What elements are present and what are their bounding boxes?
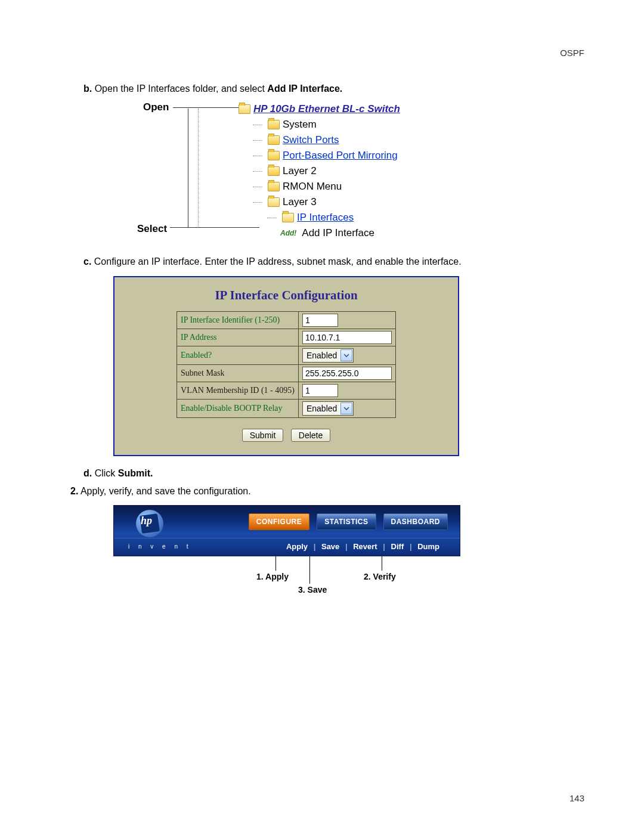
hp-invent-label: i n v e n t [114,543,192,550]
select-bootp[interactable]: Enabled [302,401,354,416]
bullet-d: d. [83,468,92,478]
folder-icon [268,151,280,160]
tree-item-ip-interfaces[interactable]: IP Interfaces [267,210,400,225]
folder-open-icon [239,104,250,114]
folder-open-icon [282,213,294,222]
tree-item-layer3[interactable]: Layer 3 [253,194,400,210]
step-b-bold: Add IP Interface. [267,83,342,94]
input-id[interactable] [302,314,338,327]
label-bootp: Enable/Disable BOOTP Relay [177,400,299,418]
folder-icon [268,135,280,145]
section-header: OSPF [560,48,584,58]
step-c-text: Configure an IP interface. Enter the IP … [94,256,462,267]
page-number: 143 [569,793,584,803]
callout-apply: 1. Apply [256,572,289,581]
tree-root[interactable]: HP 10Gb Ethernet BL-c Switch [239,101,400,117]
sublink-revert[interactable]: Revert [353,542,377,551]
sublink-apply[interactable]: Apply [286,542,308,551]
label-enabled: Enabled? [177,346,299,365]
tree-item-add-ip-interface[interactable]: Add! Add IP Interface [280,225,400,241]
hp-sublinks: Apply | Save | Revert | Diff | Dump [284,542,442,551]
ip-interface-panel: IP Interface Configuration IP Interface … [113,276,459,456]
tree-root-label: HP 10Gb Ethernet BL-c Switch [253,103,400,115]
tree-item-port-mirroring[interactable]: Port-Based Port Mirroring [253,148,400,163]
hp-toolbar: hp CONFIGURE STATISTICS DASHBOARD i n v … [113,505,460,556]
step-d-text: Click [95,468,118,478]
bullet-2: 2. [70,486,78,496]
bullet-b: b. [83,83,92,94]
callout-verify: 2. Verify [364,572,396,581]
label-vlan: VLAN Membership ID (1 - 4095) [177,382,299,400]
panel-title: IP Interface Configuration [122,288,451,303]
label-id: IP Interface Identifier (1-250) [177,312,299,329]
tab-dashboard[interactable]: DASHBOARD [383,513,448,530]
label-ip: IP Address [177,329,299,346]
folder-open-icon [268,197,280,207]
callouts: 1. Apply 2. Verify 3. Save [113,556,459,598]
step-b: b. Open the IP Interfaces folder, and se… [83,83,584,94]
tab-configure[interactable]: CONFIGURE [249,513,310,530]
folder-icon [268,166,280,176]
chevron-down-icon [340,349,352,361]
sublink-save[interactable]: Save [321,542,339,551]
submit-button[interactable]: Submit [242,429,284,442]
tree-figure: Open Select HP 10Gb Ethernet BL-c Switch… [143,101,584,244]
tree-item-rmon[interactable]: RMON Menu [253,179,400,194]
label-mask: Subnet Mask [177,365,299,382]
select-enabled[interactable]: Enabled [302,348,354,363]
sublink-dump[interactable]: Dump [417,542,439,551]
tree-item-switch-ports[interactable]: Switch Ports [253,132,400,148]
tree-label-select: Select [137,223,167,235]
step-d: d. Click Submit. [83,468,584,479]
sublink-diff[interactable]: Diff [391,542,404,551]
step-2-text: Apply, verify, and save the configuratio… [80,486,251,496]
step-d-bold: Submit. [118,468,153,478]
tab-statistics[interactable]: STATISTICS [317,513,376,530]
step-c: c. Configure an IP interface. Enter the … [83,256,584,267]
folder-icon [268,182,280,191]
callout-save: 3. Save [298,585,327,594]
input-mask[interactable] [302,367,392,380]
delete-button[interactable]: Delete [291,429,330,442]
chevron-down-icon [340,402,352,414]
hp-logo-icon: hp [136,510,163,537]
hp-logo: hp [114,510,185,534]
config-form: IP Interface Identifier (1-250) IP Addre… [177,311,396,418]
step-b-text: Open the IP Interfaces folder, and selec… [95,83,268,94]
input-vlan[interactable] [302,384,338,397]
bullet-c: c. [83,256,91,267]
folder-icon [268,120,280,129]
add-badge-icon: Add! [280,229,296,237]
tree-item-layer2[interactable]: Layer 2 [253,163,400,179]
tree-item-system[interactable]: System [253,117,400,132]
tree-label-open: Open [143,101,169,113]
step-2: 2. Apply, verify, and save the configura… [70,486,584,497]
input-ip[interactable] [302,331,392,344]
